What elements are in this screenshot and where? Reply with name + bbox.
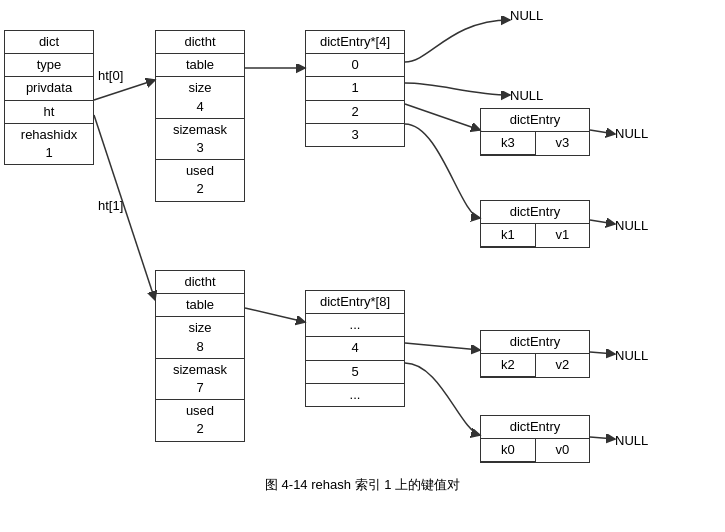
entry-k0v0-v: v0 bbox=[536, 439, 590, 462]
svg-line-7 bbox=[590, 220, 615, 224]
null-label-top: NULL bbox=[510, 8, 543, 23]
ht1-label: ht[1] bbox=[98, 198, 123, 213]
entry-k1v1-k: k1 bbox=[481, 224, 536, 247]
svg-line-6 bbox=[590, 130, 615, 134]
svg-line-8 bbox=[405, 343, 480, 350]
entry-k1v1-v: v1 bbox=[536, 224, 590, 247]
dict-box: dict type privdata ht rehashidx 1 bbox=[4, 30, 94, 165]
null-label-k3: NULL bbox=[615, 126, 648, 141]
entry-array1-box: dictEntry*[8] ... 4 5 ... bbox=[305, 290, 405, 407]
caption-text: 图 4-14 rehash 索引 1 上的键值对 bbox=[265, 477, 460, 492]
dictht1-sizemask: sizemask 7 bbox=[156, 359, 244, 400]
dictht1-header: dictht bbox=[156, 271, 244, 294]
dictht0-sizemask: sizemask 3 bbox=[156, 119, 244, 160]
entry-k2v2-v: v2 bbox=[536, 354, 590, 377]
dictht1-table: table bbox=[156, 294, 244, 317]
null-label-1: NULL bbox=[510, 88, 543, 103]
dict-header: dict bbox=[5, 31, 93, 54]
entry-k1v1-box: dictEntry k1 v1 bbox=[480, 200, 590, 248]
null-label-k1: NULL bbox=[615, 218, 648, 233]
dictht0-used: used 2 bbox=[156, 160, 244, 200]
ht0-label: ht[0] bbox=[98, 68, 123, 83]
entry-array1-dots2: ... bbox=[306, 384, 404, 406]
entry-k0v0-header: dictEntry bbox=[481, 416, 589, 439]
dictht1-used: used 2 bbox=[156, 400, 244, 440]
entry-k3v3-v: v3 bbox=[536, 132, 590, 155]
svg-line-9 bbox=[590, 352, 615, 354]
dict-type: type bbox=[5, 54, 93, 77]
entry-k3v3-k: k3 bbox=[481, 132, 536, 155]
figure-caption: 图 4-14 rehash 索引 1 上的键值对 bbox=[0, 468, 725, 498]
dictht0-header: dictht bbox=[156, 31, 244, 54]
svg-line-1 bbox=[94, 80, 155, 100]
entry-k2v2-header: dictEntry bbox=[481, 331, 589, 354]
entry-array0-1: 1 bbox=[306, 77, 404, 100]
entry-k0v0-box: dictEntry k0 v0 bbox=[480, 415, 590, 463]
dictht0-size: size 4 bbox=[156, 77, 244, 118]
entry-k3v3-box: dictEntry k3 v3 bbox=[480, 108, 590, 156]
entry-array0-2: 2 bbox=[306, 101, 404, 124]
dictht0-box: dictht table size 4 sizemask 3 used 2 bbox=[155, 30, 245, 202]
entry-array0-header: dictEntry*[4] bbox=[306, 31, 404, 54]
entry-k2v2-k: k2 bbox=[481, 354, 536, 377]
entry-array1-header: dictEntry*[8] bbox=[306, 291, 404, 314]
dict-rehashidx: rehashidx 1 bbox=[5, 124, 93, 164]
svg-line-5 bbox=[405, 104, 480, 130]
null-label-k0: NULL bbox=[615, 433, 648, 448]
svg-line-10 bbox=[590, 437, 615, 439]
entry-array0-0: 0 bbox=[306, 54, 404, 77]
entry-k3v3-header: dictEntry bbox=[481, 109, 589, 132]
null-label-k2: NULL bbox=[615, 348, 648, 363]
entry-array1-dots1: ... bbox=[306, 314, 404, 337]
entry-array1-4: 4 bbox=[306, 337, 404, 360]
dict-ht: ht bbox=[5, 101, 93, 124]
entry-k0v0-k: k0 bbox=[481, 439, 536, 462]
entry-k2v2-box: dictEntry k2 v2 bbox=[480, 330, 590, 378]
svg-line-4 bbox=[245, 308, 305, 322]
diagram: dict type privdata ht rehashidx 1 ht[0] … bbox=[0, 0, 725, 500]
dictht0-table: table bbox=[156, 54, 244, 77]
dictht1-box: dictht table size 8 sizemask 7 used 2 bbox=[155, 270, 245, 442]
entry-array0-3: 3 bbox=[306, 124, 404, 146]
entry-k1v1-header: dictEntry bbox=[481, 201, 589, 224]
entry-array1-5: 5 bbox=[306, 361, 404, 384]
dict-privdata: privdata bbox=[5, 77, 93, 100]
entry-array0-box: dictEntry*[4] 0 1 2 3 bbox=[305, 30, 405, 147]
dictht1-size: size 8 bbox=[156, 317, 244, 358]
